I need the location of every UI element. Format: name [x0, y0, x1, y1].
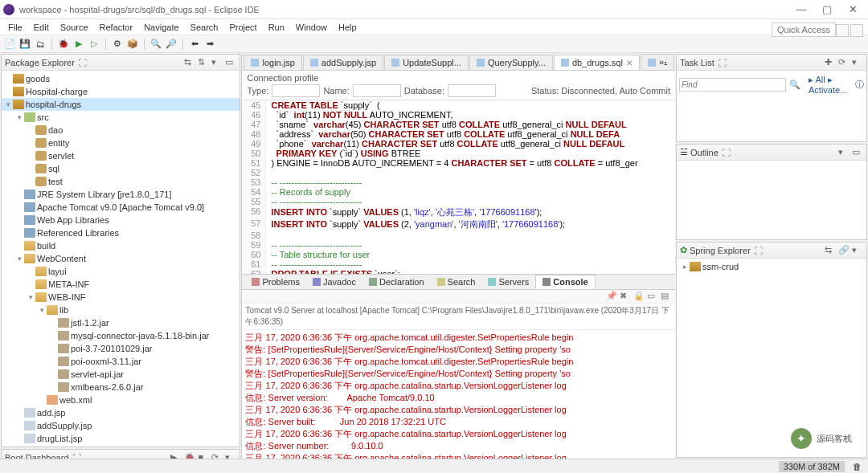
tree-node[interactable]: mysql-connector-java-5.1.18-bin.jar	[2, 329, 240, 342]
editor-tab[interactable]: login.jsp	[244, 55, 301, 70]
editor-tab[interactable]: QuerySupply...	[469, 55, 553, 70]
task-find-input[interactable]	[679, 78, 786, 92]
tree-node[interactable]: poi-ooxml-3.11.jar	[2, 355, 240, 368]
tree-node[interactable]: layui	[2, 265, 240, 278]
menu-source[interactable]: Source	[55, 21, 93, 34]
quick-access-input[interactable]	[772, 22, 836, 37]
task-help-icon[interactable]: ⓘ	[855, 79, 864, 91]
boot-menu-icon[interactable]: ▾	[225, 452, 236, 459]
console-scroll-lock-icon[interactable]: 🔒	[633, 291, 645, 302]
task-menu-icon[interactable]: ▾	[852, 57, 863, 68]
menu-search[interactable]: Search	[186, 21, 223, 34]
spring-collapse-icon[interactable]: ⇆	[825, 245, 836, 256]
tree-node[interactable]: META-INF	[2, 278, 240, 291]
collapse-all-icon[interactable]: ⇆	[184, 57, 195, 68]
editor-tab[interactable]: addSupply.jsp	[303, 55, 383, 70]
task-search-icon[interactable]: 🔍	[789, 80, 800, 90]
sql-editor[interactable]: 45CREATE TABLE `supply` (46 `id` int(11)…	[242, 100, 675, 274]
menu-run[interactable]: Run	[264, 21, 289, 34]
tree-node[interactable]: xmlbeans-2.6.0.jar	[2, 381, 240, 393]
minimize-button[interactable]: —	[789, 2, 813, 18]
tree-node[interactable]: drugList.jsp	[2, 432, 240, 445]
outline-min-icon[interactable]: ▭	[852, 147, 863, 158]
search-icon[interactable]: 🔎	[165, 38, 178, 51]
editor-tab[interactable]: UpdateSuppl...	[384, 55, 469, 70]
tree-node[interactable]: test	[2, 175, 240, 188]
menu-file[interactable]: File	[3, 21, 27, 34]
view-tab-javadoc[interactable]: Javadoc	[306, 275, 362, 288]
close-button[interactable]: ✕	[841, 2, 865, 18]
view-tab-declaration[interactable]: Declaration	[362, 275, 431, 288]
heap-status[interactable]: 330M of 382M	[779, 461, 845, 472]
console-pin-icon[interactable]: 📌	[606, 291, 617, 302]
tree-node[interactable]: ▾WEB-INF	[2, 291, 240, 304]
tree-node[interactable]: Apache Tomcat v9.0 [Apache Tomcat v9.0]	[2, 201, 240, 214]
back-icon[interactable]: ⬅	[188, 38, 201, 51]
boot-run-icon[interactable]: ▶	[170, 452, 182, 459]
new-package-icon[interactable]: 📦	[126, 38, 139, 51]
tree-node[interactable]: ▾WebContent	[2, 252, 240, 265]
view-menu-icon[interactable]: ▾	[211, 57, 223, 68]
editor-tab[interactable]: db_drugs.sql✕	[554, 55, 640, 70]
boot-stop-icon[interactable]: ■	[198, 452, 209, 459]
view-tab-servers[interactable]: Servers	[481, 275, 535, 288]
perspective-java-icon[interactable]	[850, 24, 863, 37]
tree-node[interactable]: ▾src	[2, 111, 240, 124]
console-output[interactable]: 三月 17, 2020 6:36:36 下午 org.apache.tomcat…	[242, 330, 675, 459]
boot-refresh-icon[interactable]: ⟳	[211, 452, 223, 459]
new-server-icon[interactable]: ⚙	[111, 38, 124, 51]
tree-node[interactable]: Hospital-charge	[2, 85, 240, 98]
menu-window[interactable]: Window	[291, 21, 332, 34]
spring-project-node[interactable]: ▸ssm-crud	[677, 260, 866, 273]
spring-menu-icon[interactable]: ▾	[852, 245, 863, 256]
task-new-icon[interactable]: ✚	[825, 57, 836, 68]
spring-link-icon[interactable]: 🔗	[838, 245, 850, 256]
new-icon[interactable]: 📄	[3, 38, 16, 51]
run-icon[interactable]: ▶	[72, 38, 85, 51]
console-clear-icon[interactable]: ✖	[620, 291, 631, 302]
tree-node[interactable]: sql	[2, 162, 240, 175]
tree-node[interactable]: servlet-api.jar	[2, 368, 240, 381]
tree-node[interactable]: addSupply.jsp	[2, 419, 240, 432]
maximize-button[interactable]: ▢	[815, 2, 839, 18]
tree-node[interactable]: ▾lib	[2, 304, 240, 316]
outline-menu-icon[interactable]: ▾	[838, 147, 850, 158]
tree-node[interactable]: poi-3.7-20101029.jar	[2, 342, 240, 355]
view-tab-problems[interactable]: Problems	[245, 275, 305, 288]
save-all-icon[interactable]: 🗂	[34, 38, 47, 51]
tree-node[interactable]: JRE System Library [jre1.8.0_171]	[2, 188, 240, 201]
tree-node[interactable]: servlet	[2, 149, 240, 162]
menu-edit[interactable]: Edit	[29, 21, 54, 34]
minimize-view-icon[interactable]: ▭	[225, 57, 236, 68]
perspective-jee-icon[interactable]	[836, 24, 849, 37]
menu-project[interactable]: Project	[224, 21, 261, 34]
forward-icon[interactable]: ➡	[203, 38, 216, 51]
conn-type-select[interactable]	[272, 84, 320, 97]
editor-tab[interactable]: »₁	[641, 54, 674, 70]
run-last-icon[interactable]: ▷	[88, 38, 100, 51]
link-editor-icon[interactable]: ⇅	[198, 57, 209, 68]
close-tab-icon[interactable]: ✕	[626, 59, 633, 67]
gc-icon[interactable]: 🗑	[853, 462, 862, 471]
package-explorer-tree[interactable]: goodsHospital-charge▾hospital-drugs▾srcd…	[2, 71, 240, 446]
tree-node[interactable]: web.xml	[2, 393, 240, 406]
tree-node[interactable]: dao	[2, 124, 240, 137]
tree-node[interactable]: Web App Libraries	[2, 214, 240, 226]
task-sync-icon[interactable]: ⟳	[838, 57, 850, 68]
tree-node[interactable]: entity	[2, 137, 240, 149]
menu-navigate[interactable]: Navigate	[139, 21, 183, 34]
menu-help[interactable]: Help	[334, 21, 362, 34]
tree-node[interactable]: jstl-1.2.jar	[2, 316, 240, 329]
open-type-icon[interactable]: 🔍	[149, 38, 162, 51]
console-open-icon[interactable]: ▤	[661, 291, 672, 302]
task-activate-link[interactable]: Activate...	[809, 85, 847, 95]
tree-node[interactable]: goods	[2, 72, 240, 85]
boot-debug-icon[interactable]: 🐞	[184, 452, 195, 459]
conn-db-select[interactable]	[448, 84, 496, 97]
view-tab-search[interactable]: Search	[431, 275, 482, 288]
console-display-icon[interactable]: ▭	[647, 291, 658, 302]
tree-node[interactable]: build	[2, 239, 240, 252]
tree-node[interactable]: ▾hospital-drugs	[2, 98, 240, 111]
view-tab-console[interactable]: Console	[535, 275, 595, 289]
task-all-link[interactable]: ▸ All ▸	[809, 75, 833, 84]
